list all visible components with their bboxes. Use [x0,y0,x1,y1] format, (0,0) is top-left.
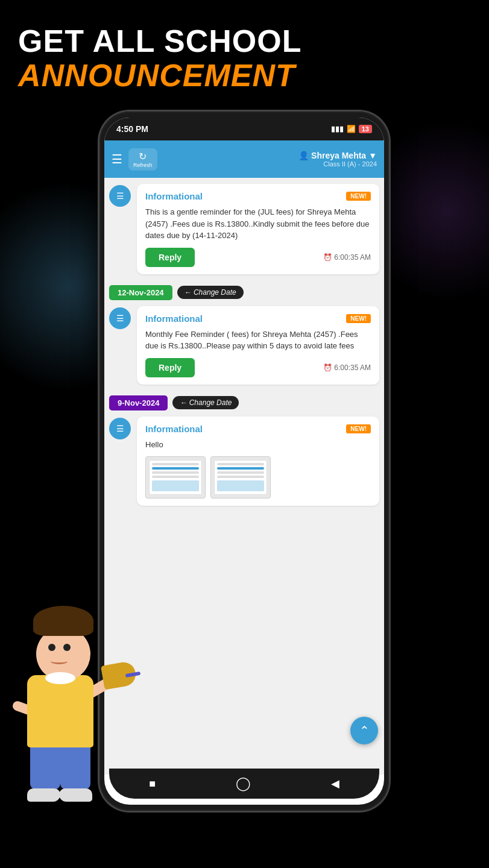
announcement-icon-2: ☰ [109,307,131,329]
date-badge-2: 9-Nov-2024 [109,395,168,410]
time-label-2: ⏰ 6:00:35 AM [323,363,371,372]
bottom-nav: ■ ◯ ◀ [109,769,379,799]
title-line2: ANNOUNCEMENT [18,58,471,93]
reply-button-2[interactable]: Reply [145,358,195,377]
announcement-row-3: ☰ Informational NEW! Hello [109,417,379,511]
date-divider-1: 12-Nov-2024 ← Change Date [109,285,379,300]
announcement-row-2: ☰ Informational NEW! Monthly Fee Reminde… [109,306,379,389]
title-line1: GET ALL SCHOOL [18,24,471,58]
app-title-area: GET ALL SCHOOL ANNOUNCEMENT [18,24,471,93]
status-bar: 4:50 PM ▮▮▮ 📶 13 [104,118,384,140]
dropdown-arrow: ▼ [368,151,377,160]
clock-icon-1: ⏰ [323,253,332,262]
wifi-icon: 📶 [347,125,356,133]
signal-icon: ▮▮▮ [331,125,344,133]
thumbnail-1 [145,456,206,498]
user-name[interactable]: 👤 Shreya Mehta ▼ [298,151,377,160]
card-header-3: Informational NEW! [145,424,371,434]
phone-frame: 4:50 PM ▮▮▮ 📶 13 ☰ ↻ Refresh 👤 Shreya Me… [99,112,389,811]
card-type-1: Informational [145,191,203,201]
status-icons: ▮▮▮ 📶 13 [331,125,372,133]
refresh-icon: ↻ [133,151,153,162]
card-footer-2: Reply ⏰ 6:00:35 AM [145,358,371,377]
reply-button-1[interactable]: Reply [145,248,195,267]
new-badge-1: NEW! [346,192,371,201]
app-header: ☰ ↻ Refresh 👤 Shreya Mehta ▼ Class II (A… [104,140,384,178]
clock-icon-2: ⏰ [323,363,332,372]
content-area: ☰ Informational NEW! This is a gentle re… [104,178,384,775]
new-badge-3: NEW! [346,424,371,433]
announcement-card-1: Informational NEW! This is a gentle remi… [137,184,379,274]
nav-square-button[interactable]: ■ [149,778,156,790]
change-date-button-2[interactable]: ← Change Date [172,396,239,409]
user-class: Class II (A) - 2024 [298,160,377,168]
announcement-card-2: Informational NEW! Monthly Fee Reminder … [137,306,379,385]
announcement-icon-1: ☰ [109,185,131,207]
date-badge-1: 12-Nov-2024 [109,285,172,300]
card-type-3: Informational [145,424,203,434]
refresh-button[interactable]: ↻ Refresh [128,148,157,171]
date-divider-2: 9-Nov-2024 ← Change Date [109,395,379,410]
change-date-button-1[interactable]: ← Change Date [177,286,244,299]
scroll-up-icon: ⌃ [359,723,370,738]
announcement-card-3: Informational NEW! Hello [137,417,379,506]
card-header-1: Informational NEW! [145,191,371,201]
card-body-2: Monthly Fee Reminder ( fees) for Shreya … [145,329,371,352]
nav-back-button[interactable]: ◀ [331,777,339,790]
scroll-up-button[interactable]: ⌃ [350,717,378,744]
user-icon: 👤 [298,151,309,160]
card-type-2: Informational [145,313,203,324]
thumbnail-2 [210,456,271,498]
thumbnail-inner-2 [214,460,267,495]
thumbnail-row [145,456,371,498]
header-right: 👤 Shreya Mehta ▼ Class II (A) - 2024 [298,151,377,168]
card-content-2: Informational NEW! Monthly Fee Reminder … [137,306,379,389]
card-body-1: This is a gentle reminder for the (JUL f… [145,206,371,242]
header-left: ☰ ↻ Refresh [112,148,157,171]
card-body-3: Hello [145,439,371,451]
card-footer-1: Reply ⏰ 6:00:35 AM [145,248,371,267]
time-label-1: ⏰ 6:00:35 AM [323,253,371,262]
refresh-label: Refresh [133,162,153,168]
new-badge-2: NEW! [346,314,371,323]
thumbnail-inner-1 [149,460,202,495]
card-header-2: Informational NEW! [145,313,371,324]
battery-container: 13 [359,125,372,133]
card-content-1: Informational NEW! This is a gentle remi… [137,184,379,279]
nav-home-button[interactable]: ◯ [236,776,251,791]
announcement-icon-3: ☰ [109,418,131,439]
card-content-3: Informational NEW! Hello [137,417,379,511]
announcement-row-1: ☰ Informational NEW! This is a gentle re… [109,184,379,279]
status-time: 4:50 PM [116,124,148,134]
phone-inner: 4:50 PM ▮▮▮ 📶 13 ☰ ↻ Refresh 👤 Shreya Me… [104,118,384,805]
hamburger-menu[interactable]: ☰ [112,152,122,166]
